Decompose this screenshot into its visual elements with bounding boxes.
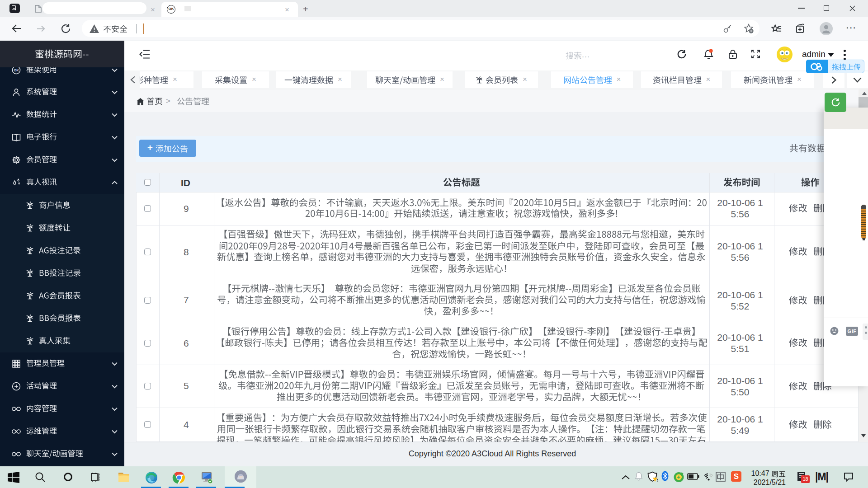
svg-text:OK: OK — [14, 68, 19, 72]
